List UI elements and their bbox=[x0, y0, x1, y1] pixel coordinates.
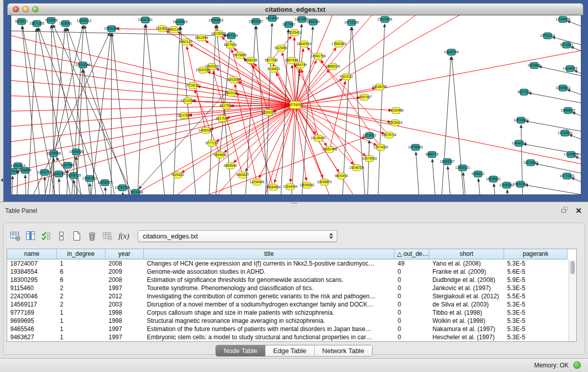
table-row[interactable]: 969969511998Structural magnetic resonanc… bbox=[7, 317, 576, 325]
graph-node[interactable]: 9227342 bbox=[517, 89, 531, 95]
graph-node[interactable]: 16046756 bbox=[373, 84, 387, 90]
graph-node[interactable]: 8813054 bbox=[266, 15, 279, 21]
table-row[interactable]: 1938455462009Genome-wide association stu… bbox=[7, 268, 576, 276]
graph-node[interactable]: 1527902 bbox=[282, 21, 295, 28]
function-builder-button[interactable]: f(x) bbox=[115, 229, 133, 243]
graph-node[interactable]: 16795493 bbox=[408, 144, 423, 150]
graph-node[interactable]: 16961758 bbox=[311, 53, 326, 59]
graph-node[interactable]: 16975718 bbox=[382, 132, 397, 138]
graph-node[interactable]: 12254439 bbox=[250, 179, 265, 185]
graph-node[interactable]: 22045870 bbox=[317, 179, 332, 185]
graph-node[interactable]: 15957498 bbox=[322, 146, 337, 152]
graph-node[interactable]: 18640910 bbox=[297, 41, 312, 47]
delete-table-button[interactable] bbox=[100, 229, 115, 243]
row-mode-button[interactable] bbox=[54, 229, 69, 243]
graph-node[interactable]: 18226058 bbox=[211, 31, 226, 37]
create-column-button[interactable] bbox=[69, 229, 84, 243]
column-header-title[interactable]: title bbox=[144, 249, 395, 259]
graph-node[interactable]: 15692391 bbox=[513, 181, 528, 187]
column-header-short[interactable]: short bbox=[429, 249, 504, 259]
graph-node[interactable]: 19384554 bbox=[266, 184, 281, 190]
graph-node[interactable]: 20691406 bbox=[104, 26, 119, 32]
graph-node[interactable]: 13905013 bbox=[77, 18, 92, 24]
graph-node[interactable]: 9105572 bbox=[15, 18, 28, 25]
column-header-pagerank[interactable]: pagerank bbox=[504, 249, 568, 259]
graph-node[interactable]: 12444154 bbox=[512, 140, 527, 146]
tab-node-table[interactable]: Node Table bbox=[216, 345, 265, 356]
graph-node[interactable]: 13325419 bbox=[287, 30, 302, 36]
graph-node[interactable]: 9827509 bbox=[224, 42, 237, 48]
network-canvas[interactable]: 1872400786601249860123891295418226058982… bbox=[11, 15, 581, 194]
graph-node[interactable]: 12093882 bbox=[514, 117, 529, 123]
graph-node[interactable]: 9860123 bbox=[179, 39, 192, 45]
graph-node[interactable]: 12923448 bbox=[128, 189, 143, 194]
graph-node[interactable]: 1145194 bbox=[53, 171, 66, 177]
graph-node[interactable]: 1435061 bbox=[59, 20, 72, 27]
graph-node[interactable]: 10719139 bbox=[344, 19, 359, 26]
graph-node[interactable]: 10957487 bbox=[357, 94, 372, 100]
graph-node[interactable]: 12213393 bbox=[181, 98, 195, 104]
graph-node[interactable]: 16648784 bbox=[444, 49, 459, 55]
graph-node[interactable]: 5875685 bbox=[233, 52, 247, 58]
select-columns-button[interactable] bbox=[38, 229, 54, 243]
graph-node[interactable]: 1156869 bbox=[19, 167, 32, 173]
graph-node[interactable]: 16046736 bbox=[350, 165, 364, 171]
graph-node[interactable]: 17957253 bbox=[82, 176, 97, 182]
graph-node[interactable]: 8186328 bbox=[244, 57, 257, 63]
graph-node[interactable]: 9800493 bbox=[335, 173, 348, 179]
graph-node[interactable]: 15145490 bbox=[311, 135, 326, 141]
graph-node[interactable]: 12160456 bbox=[389, 107, 404, 114]
close-panel-button[interactable]: ✕ bbox=[575, 207, 582, 214]
table-row[interactable]: 946554611997Estimation of the future num… bbox=[7, 325, 576, 333]
graph-node[interactable]: 9463627 bbox=[236, 172, 249, 178]
tab-network-table[interactable]: Network Table bbox=[314, 345, 372, 356]
graph-node[interactable]: 9329966 bbox=[528, 62, 541, 69]
graph-node[interactable]: 20053346 bbox=[76, 62, 91, 68]
network-window-titlebar[interactable]: citations_edges.txt bbox=[7, 3, 583, 15]
graph-node[interactable]: 15123456 bbox=[378, 16, 393, 23]
graph-node[interactable]: 16210643 bbox=[524, 160, 538, 166]
graph-node[interactable]: 16953107 bbox=[440, 159, 455, 165]
panel-resize-grip[interactable] bbox=[291, 203, 297, 207]
tab-edge-table[interactable]: Edge Table bbox=[265, 345, 314, 356]
table-row[interactable]: 1872400712008Changes of HCN gene express… bbox=[7, 259, 576, 268]
graph-node[interactable]: 8912954 bbox=[195, 35, 208, 41]
graph-node[interactable]: 18107553 bbox=[177, 113, 192, 119]
graph-node[interactable]: 20206506 bbox=[47, 150, 61, 157]
column-header-in_degree[interactable]: in_degree bbox=[57, 249, 105, 259]
table-row[interactable]: 1456911722003Disruption of a novel membe… bbox=[7, 300, 576, 309]
graph-node[interactable]: 8660124 bbox=[167, 27, 181, 33]
graph-node[interactable]: 16053803 bbox=[209, 17, 224, 24]
citation-network-graph[interactable]: 1872400786601249860123891295418226058982… bbox=[11, 15, 581, 194]
table-row[interactable]: 911546021997Tourette syndrome. Phenomeno… bbox=[7, 284, 576, 292]
column-header-year[interactable]: year bbox=[105, 249, 144, 259]
graph-node[interactable]: 9322032 bbox=[340, 74, 353, 80]
graph-node[interactable]: 10974093 bbox=[362, 156, 377, 162]
graph-node[interactable]: 2718120 bbox=[186, 82, 200, 89]
table-mode-button[interactable] bbox=[8, 229, 23, 243]
graph-node[interactable]: 9245012 bbox=[471, 171, 485, 177]
graph-node[interactable]: 7515526 bbox=[45, 17, 58, 24]
delete-column-button[interactable] bbox=[84, 229, 100, 243]
graph-node[interactable]: 9699695 bbox=[213, 152, 227, 158]
graph-node[interactable]: 18724007 bbox=[288, 101, 303, 109]
table-scrollbar[interactable] bbox=[569, 259, 576, 341]
graph-node[interactable]: 12342757 bbox=[37, 169, 52, 176]
graph-node[interactable]: 17359928 bbox=[69, 149, 84, 155]
column-header-name[interactable]: name bbox=[7, 249, 57, 259]
graph-node[interactable]: 9827508 bbox=[265, 57, 278, 63]
graph-node[interactable]: 16435619 bbox=[173, 19, 188, 25]
graph-node[interactable]: 20531341 bbox=[138, 17, 153, 23]
graph-node[interactable]: 12450121 bbox=[455, 165, 470, 171]
graph-node[interactable]: 15751074 bbox=[540, 33, 555, 39]
graph-node[interactable]: 9485779 bbox=[425, 151, 439, 158]
column-header-out_degree[interactable]: △ out_de… bbox=[395, 249, 429, 259]
scrollbar-thumb[interactable] bbox=[570, 261, 575, 274]
graph-node[interactable]: 8427552 bbox=[220, 103, 233, 109]
graph-node[interactable]: 18095492 bbox=[300, 182, 315, 188]
graph-node[interactable]: 7163822 bbox=[156, 26, 169, 32]
graph-node[interactable]: 16535541 bbox=[486, 176, 501, 182]
graph-node[interactable]: 17850383 bbox=[332, 41, 346, 47]
graph-node[interactable]: 6466160 bbox=[307, 19, 320, 25]
graph-node[interactable]: 7625402 bbox=[171, 172, 184, 178]
